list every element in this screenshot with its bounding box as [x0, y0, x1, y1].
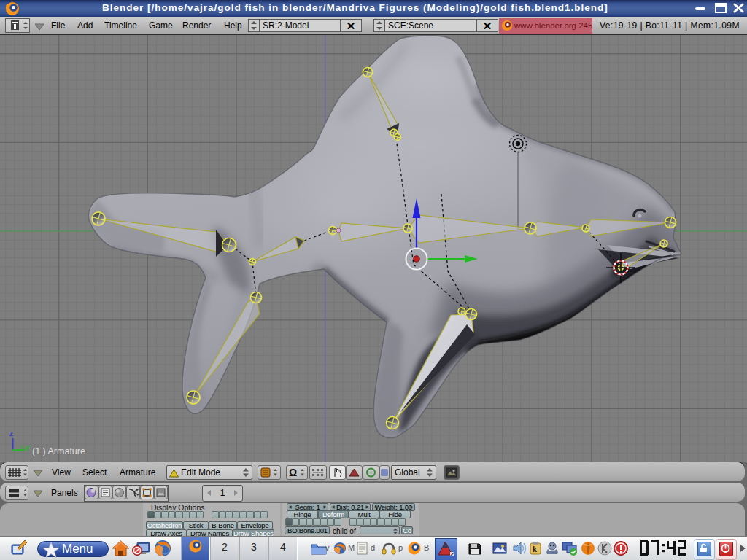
svg-text:y: y: [26, 443, 30, 451]
svg-text:(1 ) Armature: (1 ) Armature: [32, 446, 85, 456]
svg-text:Ω: Ω: [289, 467, 297, 478]
svg-text:k: k: [533, 545, 538, 553]
svg-text:z: z: [9, 429, 13, 438]
